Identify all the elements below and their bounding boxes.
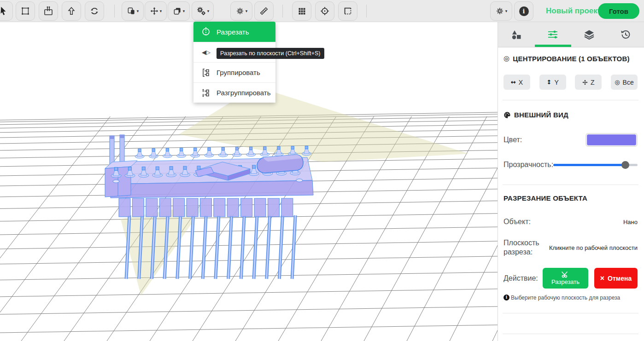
- workplane-button[interactable]: [39, 1, 58, 21]
- properties-panel: ◎ ЦЕНТРИРОВАНИЕ (1 ОБЪЕКТОВ) ↔ X ↕ Y Z ◎…: [498, 22, 644, 341]
- shapes-icon: [510, 29, 522, 40]
- center-y-button[interactable]: ↕ Y: [539, 75, 566, 90]
- opacity-row: Прозрачность:: [503, 160, 638, 169]
- object-value: Нано: [623, 219, 638, 225]
- opacity-label: Прозрачность:: [503, 160, 553, 169]
- refresh-icon: [89, 6, 100, 16]
- gear-icon: [235, 6, 245, 16]
- center-z-button[interactable]: Z: [575, 75, 602, 90]
- color-row: Цвет:: [503, 133, 638, 147]
- divider: [503, 334, 638, 334]
- group-icon: [200, 68, 211, 77]
- copy-icon: [173, 6, 182, 16]
- operations-menu: Разрезать ◀▷ Отразить Группировать: [193, 22, 275, 103]
- caret-down-icon: ▾: [505, 9, 508, 13]
- arrow-vertical-icon: ↕: [547, 79, 552, 86]
- move-icon: [150, 6, 159, 16]
- select-box-button[interactable]: [16, 1, 35, 21]
- target-icon: [320, 6, 330, 16]
- centering-buttons: ↔ X ↕ Y Z ◎ Все: [503, 75, 638, 90]
- align-dropdown-button[interactable]: ▾: [230, 1, 252, 21]
- refresh-button[interactable]: [85, 1, 104, 21]
- info-button[interactable]: i: [514, 1, 533, 21]
- arrow-horizontal-icon: ↔: [511, 79, 516, 86]
- snap-target-button[interactable]: [315, 1, 334, 21]
- action-row: Действие: Разрезать × Отмена: [503, 268, 638, 289]
- cancel-button[interactable]: × Отмена: [594, 268, 638, 289]
- operations-dropdown-button[interactable]: ▾: [192, 1, 214, 21]
- toolbar: ▾ ▾ ▾ ▾: [0, 0, 644, 22]
- menu-item-label: Разгруппировать: [217, 89, 271, 97]
- close-icon: ×: [600, 274, 604, 283]
- scissors-icon: [562, 271, 569, 278]
- caret-down-icon: ▾: [207, 9, 210, 13]
- menu-item-group[interactable]: Группировать: [193, 62, 275, 82]
- move-dropdown-button[interactable]: ▾: [145, 1, 167, 21]
- ruler-button[interactable]: [254, 1, 274, 21]
- cut-plane-value: Кликните по рабочей плоскости: [546, 244, 638, 251]
- color-label: Цвет:: [503, 135, 585, 144]
- toolbar-separator: [282, 5, 283, 17]
- tooltip: Разрезать по плоскости (Ctrl+Shift+S): [217, 48, 324, 59]
- ready-button[interactable]: Готов: [598, 3, 639, 19]
- divider: [503, 100, 638, 100]
- layers-icon: [583, 29, 595, 40]
- select-pointer-button[interactable]: [0, 1, 13, 21]
- info-icon: i: [519, 6, 529, 16]
- cutting-section-title: РАЗРЕЗАНИЕ ОБЪЕКТА: [503, 194, 638, 202]
- active-tab-underline: [535, 45, 571, 47]
- caret-down-icon: ▾: [137, 9, 139, 13]
- ruler-icon: [259, 6, 269, 16]
- menu-item-ungroup[interactable]: Разгруппировать: [193, 82, 275, 103]
- bullseye-icon: ◎: [615, 79, 620, 86]
- duplicate-dropdown-button[interactable]: ▾: [122, 1, 144, 21]
- grid-icon: [297, 6, 307, 16]
- opacity-slider[interactable]: [553, 161, 638, 169]
- appearance-section-title: ВНЕШНИЙ ВИД: [503, 111, 638, 119]
- selection-box-icon: [20, 6, 30, 16]
- cut-button[interactable]: Разрезать: [543, 268, 588, 289]
- toolbar-separator: [114, 5, 115, 17]
- resize-workplane-button[interactable]: [338, 1, 357, 21]
- caret-down-icon: ▾: [246, 9, 248, 13]
- caret-down-icon: ▾: [160, 9, 162, 13]
- project-title: Новый проект: [546, 6, 601, 16]
- tab-shapes[interactable]: [498, 22, 534, 47]
- panel-tabs: [498, 22, 644, 47]
- palette-icon: [503, 111, 511, 119]
- caret-down-icon: ▾: [183, 9, 185, 13]
- menu-item-label: Группировать: [217, 69, 260, 76]
- dashed-box-icon: [343, 6, 353, 16]
- divider: [503, 313, 638, 313]
- history-icon: [620, 29, 632, 40]
- bullseye-icon: ◎: [503, 54, 509, 63]
- toolbar-separator: [366, 5, 367, 17]
- center-x-button[interactable]: ↔ X: [503, 75, 530, 90]
- settings-dropdown-button[interactable]: ▾: [490, 1, 512, 21]
- cut-plane-icon: [200, 27, 211, 37]
- workplane-icon: [43, 6, 54, 17]
- cut-hint: i Выберите рабочую плоскость для разреза: [503, 295, 638, 301]
- tab-layers[interactable]: [571, 22, 608, 47]
- grid-settings-button[interactable]: [292, 1, 311, 21]
- duplicate-icon: [127, 6, 136, 16]
- move-icon: [582, 80, 588, 85]
- color-swatch[interactable]: [585, 133, 638, 147]
- arrow-up-icon: [66, 6, 76, 16]
- action-label: Действие:: [503, 274, 543, 283]
- object-label: Объект:: [503, 217, 623, 226]
- gears-icon: [196, 6, 206, 16]
- sliders-icon: [547, 29, 559, 40]
- tab-properties[interactable]: [534, 22, 571, 47]
- menu-item-cut[interactable]: Разрезать: [193, 22, 275, 42]
- object-row: Объект: Нано: [503, 217, 638, 226]
- center-all-button[interactable]: ◎ Все: [611, 75, 638, 90]
- tab-history[interactable]: [608, 22, 644, 47]
- copy-dropdown-button[interactable]: ▾: [168, 1, 190, 21]
- cut-plane-row: Плоскость разреза: Кликните по рабочей п…: [503, 238, 638, 257]
- arrow-up-button[interactable]: [62, 1, 81, 21]
- gear-icon: [495, 6, 504, 16]
- slider-thumb[interactable]: [621, 161, 629, 169]
- mirror-icon: ◀▷: [200, 49, 211, 56]
- centering-section-title: ◎ ЦЕНТРИРОВАНИЕ (1 ОБЪЕКТОВ): [503, 54, 638, 63]
